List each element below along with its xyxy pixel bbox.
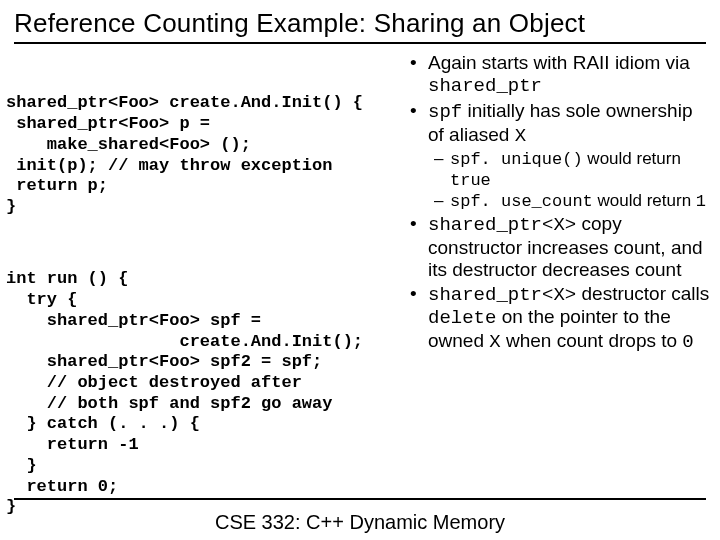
code-block-1: shared_ptr<Foo> create.And.Init() { shar… [6, 93, 406, 217]
subbullet-text: spf. use_count would return 1 [450, 191, 710, 212]
bullet-2: • spf initially has sole ownership of al… [410, 100, 710, 148]
code-span: 1 [696, 192, 706, 211]
text: would return [583, 149, 681, 168]
text: Again starts with RAII idiom via [428, 52, 690, 73]
subbullet-marker: – [434, 149, 450, 190]
title-underline [14, 42, 706, 44]
bullets-column: • Again starts with RAII idiom via share… [406, 50, 710, 540]
subbullet-2: – spf. use_count would return 1 [410, 191, 710, 212]
code-span: spf. unique() [450, 150, 583, 169]
bullet-4: • shared_ptr<X> destructor calls delete … [410, 283, 710, 355]
text: when count drops to [501, 330, 683, 351]
text: initially has sole ownership of aliased [428, 100, 692, 145]
bullet-text: shared_ptr<X> copy constructor increases… [428, 213, 710, 281]
slide: Reference Counting Example: Sharing an O… [0, 0, 720, 540]
bullet-1: • Again starts with RAII idiom via share… [410, 52, 710, 98]
bullet-3: • shared_ptr<X> copy constructor increas… [410, 213, 710, 281]
bullet-marker: • [410, 52, 428, 98]
subbullet-1: – spf. unique() would return true [410, 149, 710, 190]
text: would return [593, 191, 696, 210]
subbullet-text: spf. unique() would return true [450, 149, 710, 190]
footer-rule [14, 498, 706, 500]
bullet-text: Again starts with RAII idiom via shared_… [428, 52, 710, 98]
text: destructor calls [576, 283, 709, 304]
bullet-text: spf initially has sole ownership of alia… [428, 100, 710, 148]
code-span: spf [428, 101, 462, 123]
code-span: true [450, 171, 491, 190]
slide-title: Reference Counting Example: Sharing an O… [0, 0, 720, 42]
footer-text: CSE 332: C++ Dynamic Memory [0, 511, 720, 534]
code-block-2: int run () { try { shared_ptr<Foo> spf =… [6, 269, 406, 518]
bullet-marker: • [410, 283, 428, 355]
code-span: X [515, 125, 526, 147]
code-span: shared_ptr<X> [428, 214, 576, 236]
bullet-marker: • [410, 100, 428, 148]
code-span: spf. use_count [450, 192, 593, 211]
code-span: 0 [682, 331, 693, 353]
code-span: delete [428, 307, 496, 329]
subbullet-marker: – [434, 191, 450, 212]
bullet-text: shared_ptr<X> destructor calls delete on… [428, 283, 710, 355]
slide-body: shared_ptr<Foo> create.And.Init() { shar… [0, 50, 720, 540]
code-span: X [489, 331, 500, 353]
bullet-marker: • [410, 213, 428, 281]
code-span: shared_ptr<X> [428, 284, 576, 306]
code-column: shared_ptr<Foo> create.And.Init() { shar… [6, 50, 406, 540]
code-span: shared_ptr [428, 75, 542, 97]
